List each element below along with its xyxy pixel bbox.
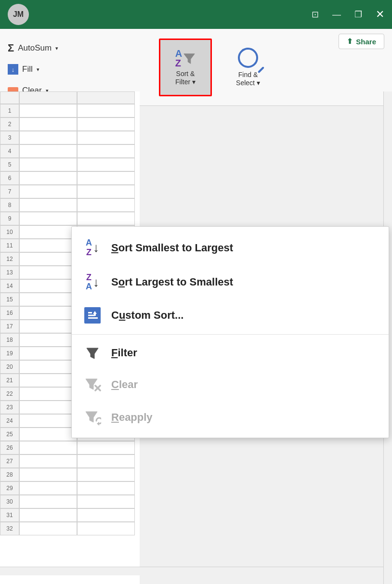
fill-icon: ↓: [8, 64, 18, 75]
filter-icon: [83, 345, 102, 361]
title-bar-controls: ⊡ — ❐ ✕: [312, 8, 384, 21]
svg-rect-1: [88, 312, 92, 313]
sort-largest-icon: Z A ↓: [83, 273, 102, 292]
sort-largest-label: Sort Largest to Smallest: [111, 276, 233, 288]
sort-filter-dropdown: A Z ↓ Sort Smallest to Largest Z A ↓ Sor…: [71, 226, 389, 438]
title-bar: JM ⊡ — ❐ ✕: [0, 0, 392, 29]
fill-button[interactable]: ↓ Fill ▾: [8, 59, 58, 80]
custom-sort-icon: [83, 307, 102, 324]
menu-divider-1: [72, 334, 389, 335]
custom-sort-label: Custom Sort...: [111, 309, 183, 322]
sort-filter-label: Sort &Filter ▾: [175, 70, 196, 86]
menu-item-custom-sort[interactable]: Custom Sort...: [72, 299, 389, 331]
find-select-button[interactable]: Find &Select ▾: [222, 39, 274, 96]
sort-filter-button[interactable]: A Z Sort &Filter ▾: [159, 39, 212, 96]
avatar[interactable]: JM: [8, 4, 29, 25]
reapply-icon: [83, 409, 102, 426]
svg-marker-5: [87, 348, 98, 359]
find-select-label: Find &Select ▾: [236, 71, 260, 87]
magnifier-icon: [238, 48, 258, 68]
sort-smallest-icon: A Z ↓: [83, 238, 102, 258]
svg-marker-9: [86, 412, 97, 422]
restore-icon[interactable]: ⊡: [312, 9, 319, 20]
sort-smallest-label: Sort Smallest to Largest: [111, 242, 233, 254]
menu-item-filter[interactable]: Filter: [72, 337, 389, 368]
close-icon[interactable]: ✕: [376, 8, 384, 21]
svg-marker-6: [86, 379, 97, 389]
svg-marker-10: [97, 422, 99, 426]
menu-item-sort-largest[interactable]: Z A ↓ Sort Largest to Smallest: [72, 265, 389, 300]
clear-label: Clear: [111, 378, 138, 391]
reapply-label: Reapply: [111, 411, 153, 424]
autosum-dropdown-arrow: ▾: [55, 45, 58, 52]
svg-rect-3: [88, 317, 98, 319]
menu-item-clear[interactable]: Clear: [72, 368, 389, 401]
maximize-icon[interactable]: ❐: [354, 9, 362, 20]
sort-filter-icon: A Z: [175, 49, 196, 68]
sigma-icon: Σ: [8, 42, 14, 54]
svg-marker-0: [184, 54, 195, 64]
filter-label: Filter: [111, 347, 137, 359]
autosum-button[interactable]: Σ AutoSum ▾: [8, 38, 58, 59]
clear-filter-icon: [83, 376, 102, 393]
scrollbar-horizontal[interactable]: [0, 567, 383, 575]
fill-dropdown-arrow: ▾: [37, 66, 39, 73]
menu-item-reapply[interactable]: Reapply: [72, 401, 389, 434]
share-icon: ⬆: [347, 37, 353, 46]
share-button[interactable]: ⬆ Share: [339, 34, 384, 49]
minimize-icon[interactable]: —: [332, 10, 341, 20]
svg-rect-2: [88, 315, 95, 316]
menu-item-sort-smallest[interactable]: A Z ↓ Sort Smallest to Largest: [72, 231, 389, 265]
